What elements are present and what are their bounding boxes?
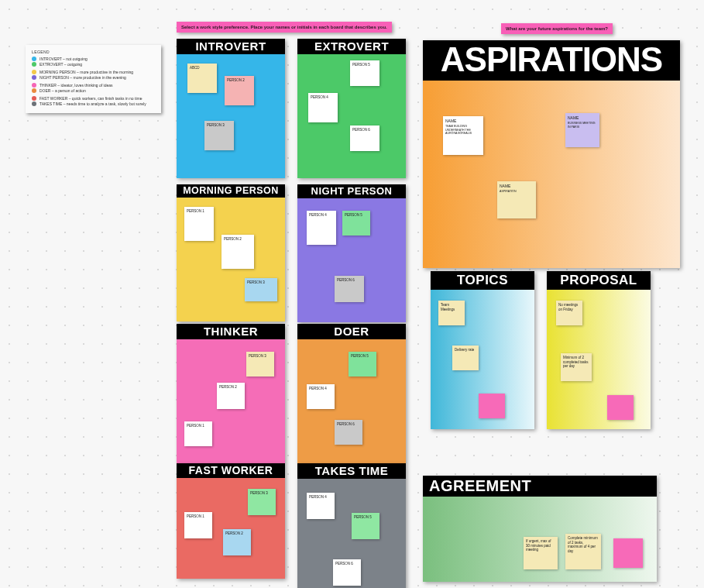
board-body[interactable]: NAMETEAM BUILDING UNDERNEATH THE AURORA … bbox=[423, 81, 680, 268]
sticky-note[interactable]: Complete minimum of 2 tasks, maximum of … bbox=[565, 534, 601, 569]
sticky-note[interactable]: PERSON 5 bbox=[342, 211, 370, 236]
board-body[interactable]: PERSON 5PERSON 4PERSON 6 bbox=[297, 54, 406, 178]
sticky-note[interactable]: PERSON 6 bbox=[335, 276, 364, 302]
sticky-text: PERSON 1 bbox=[187, 424, 204, 428]
sticky-note[interactable]: Minimum of 2 completed tasks per day bbox=[561, 353, 592, 381]
sticky-text: Minimum of 2 completed tasks per day bbox=[563, 356, 589, 368]
board-body[interactable]: PERSON 3PERSON 2PERSON 1 bbox=[177, 339, 285, 463]
board-title: TAKES TIME bbox=[297, 463, 406, 479]
board-aspirations[interactable]: ASPIRATIONS NAMETEAM BUILDING UNDERNEATH… bbox=[423, 40, 680, 268]
board-fast-worker[interactable]: FAST WORKER PERSON 3PERSON 1PERSON 2 bbox=[177, 463, 285, 579]
sticky-note[interactable]: If urgent, max of 30 minutes paid meetin… bbox=[524, 537, 558, 569]
sticky-note[interactable]: PERSON 1 bbox=[184, 421, 212, 446]
sticky-note[interactable]: PERSON 4 bbox=[307, 493, 335, 519]
sticky-text: PERSON 3 bbox=[250, 491, 268, 495]
board-title: AGREEMENT bbox=[423, 476, 657, 497]
sticky-note[interactable]: PERSON 3 bbox=[245, 278, 277, 301]
board-doer[interactable]: DOER PERSON 5PERSON 4PERSON 6 bbox=[297, 324, 406, 463]
dot-icon bbox=[32, 75, 36, 80]
sticky-note[interactable]: PERSON 6 bbox=[333, 559, 361, 586]
board-title: THINKER bbox=[177, 324, 285, 339]
sticky-note[interactable]: ABCD bbox=[187, 64, 217, 93]
sticky-text: PERSON 6 bbox=[335, 562, 353, 566]
sticky-text: PERSON 2 bbox=[227, 78, 245, 82]
sticky-text: Delivery rate bbox=[455, 348, 474, 352]
sticky-note[interactable]: PERSON 6 bbox=[335, 420, 362, 445]
sticky-text: PERSON 6 bbox=[337, 278, 355, 282]
board-thinker[interactable]: THINKER PERSON 3PERSON 2PERSON 1 bbox=[177, 324, 285, 463]
board-takes-time[interactable]: TAKES TIME PERSON 4PERSON 5PERSON 6 bbox=[297, 463, 406, 588]
sticky-note[interactable]: PERSON 2 bbox=[225, 76, 254, 105]
sticky-text: PERSON 2 bbox=[225, 531, 243, 535]
sticky-note[interactable]: PERSON 3 bbox=[246, 352, 274, 377]
board-night[interactable]: NIGHT PERSON PERSON 4PERSON 5PERSON 6 bbox=[297, 184, 406, 322]
sticky-note[interactable]: PERSON 5 bbox=[349, 352, 376, 377]
sticky-text: PERSON 4 bbox=[309, 213, 327, 217]
sticky-text: PERSON 3 bbox=[249, 354, 266, 358]
sticky-note[interactable]: PERSON 3 bbox=[248, 489, 276, 515]
sticky-note[interactable]: PERSON 5 bbox=[350, 60, 379, 86]
sticky-name: NAME bbox=[500, 184, 534, 188]
sticky-text: PERSON 3 bbox=[207, 123, 225, 127]
board-body[interactable]: If urgent, max of 30 minutes paid meetin… bbox=[423, 497, 657, 582]
sticky-text: No meetings on Friday bbox=[558, 303, 578, 311]
sticky-note[interactable]: PERSON 2 bbox=[217, 383, 245, 409]
legend-row: NIGHT PERSON – more productive in the ev… bbox=[32, 75, 155, 80]
board-morning[interactable]: MORNING PERSON PERSON 1PERSON 2PERSON 3 bbox=[177, 184, 285, 322]
sticky-note[interactable]: PERSON 5 bbox=[352, 513, 379, 539]
legend-row: FAST WORKER – quick workers, can finish … bbox=[32, 96, 155, 101]
sticky-note[interactable]: PERSON 4 bbox=[308, 93, 338, 122]
legend-title: LEGEND bbox=[32, 50, 155, 54]
sticky-note[interactable]: PERSON 3 bbox=[204, 121, 234, 150]
sticky-note[interactable]: NAMEASPIRATION bbox=[497, 181, 536, 218]
legend-row: INTROVERT – not outgoing bbox=[32, 57, 155, 61]
sticky-note[interactable]: NAMETEAM BUILDING UNDERNEATH THE AURORA … bbox=[443, 116, 483, 155]
board-introvert[interactable]: INTROVERT ABCDPERSON 2PERSON 3 bbox=[177, 39, 285, 178]
dot-icon bbox=[32, 62, 36, 67]
sticky-text: PERSON 3 bbox=[247, 280, 265, 284]
board-body[interactable]: PERSON 1PERSON 2PERSON 3 bbox=[177, 198, 285, 322]
board-title: ASPIRATIONS bbox=[423, 40, 680, 81]
sticky-note[interactable] bbox=[479, 394, 505, 418]
sticky-note[interactable]: PERSON 1 bbox=[184, 207, 214, 241]
board-body[interactable]: Team MeetingsDelivery rate bbox=[431, 290, 534, 429]
sticky-note[interactable]: PERSON 2 bbox=[222, 235, 254, 269]
board-body[interactable]: PERSON 4PERSON 5PERSON 6 bbox=[297, 479, 406, 588]
banner-workstyle: Select a work style preference. Place yo… bbox=[177, 22, 392, 33]
sticky-text: PERSON 1 bbox=[187, 514, 204, 518]
board-agreement[interactable]: AGREEMENT If urgent, max of 30 minutes p… bbox=[423, 476, 657, 582]
board-title: NIGHT PERSON bbox=[297, 184, 406, 198]
board-extrovert[interactable]: EXTROVERT PERSON 5PERSON 4PERSON 6 bbox=[297, 39, 406, 178]
legend-row: THINKER – ideator, loves thinking of ide… bbox=[32, 83, 155, 88]
dot-icon bbox=[32, 88, 36, 93]
sticky-text: Complete minimum of 2 tasks, maximum of … bbox=[568, 536, 598, 553]
sticky-text: PERSON 4 bbox=[309, 495, 327, 499]
sticky-note[interactable]: PERSON 1 bbox=[184, 512, 212, 538]
sticky-note[interactable]: No meetings on Friday bbox=[556, 301, 582, 325]
board-title: TOPICS bbox=[431, 271, 534, 290]
sticky-note[interactable]: Team Meetings bbox=[438, 301, 465, 325]
dot-icon bbox=[32, 96, 36, 101]
board-body[interactable]: PERSON 4PERSON 5PERSON 6 bbox=[297, 198, 406, 322]
sticky-text: PERSON 5 bbox=[352, 63, 370, 67]
sticky-text: Team Meetings bbox=[441, 303, 455, 311]
board-topics[interactable]: TOPICS Team MeetingsDelivery rate bbox=[431, 271, 534, 429]
board-body[interactable]: PERSON 5PERSON 4PERSON 6 bbox=[297, 339, 406, 463]
legend-row: MORNING PERSON – more productive in the … bbox=[32, 70, 155, 74]
board-title: FAST WORKER bbox=[177, 463, 285, 478]
sticky-note[interactable]: Delivery rate bbox=[452, 346, 479, 370]
board-title: MORNING PERSON bbox=[177, 184, 285, 198]
board-body[interactable]: PERSON 3PERSON 1PERSON 2 bbox=[177, 478, 285, 579]
dot-icon bbox=[32, 101, 36, 106]
sticky-note[interactable]: PERSON 2 bbox=[223, 529, 251, 555]
sticky-note[interactable] bbox=[607, 395, 634, 420]
sticky-note[interactable]: PERSON 6 bbox=[350, 126, 379, 151]
sticky-note[interactable]: NAMEBUSINESS MEETING IN PARIS bbox=[565, 113, 599, 147]
board-proposal[interactable]: PROPOSAL No meetings on FridayMinimum of… bbox=[547, 271, 651, 429]
sticky-note[interactable]: PERSON 4 bbox=[307, 384, 335, 409]
sticky-note[interactable]: PERSON 4 bbox=[307, 211, 336, 245]
board-title: DOER bbox=[297, 324, 406, 339]
board-body[interactable]: No meetings on FridayMinimum of 2 comple… bbox=[547, 290, 651, 429]
board-body[interactable]: ABCDPERSON 2PERSON 3 bbox=[177, 54, 285, 178]
sticky-note[interactable] bbox=[613, 538, 643, 568]
